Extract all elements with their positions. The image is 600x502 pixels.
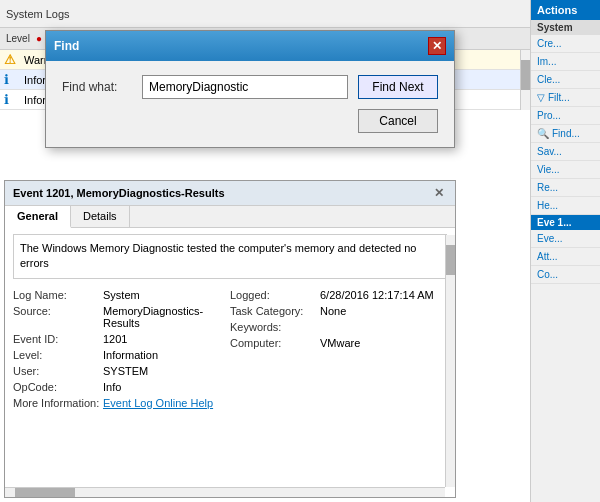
source-label: Source: xyxy=(13,305,103,317)
action-item-view[interactable]: Vie... xyxy=(531,161,600,179)
computer-value: VMware xyxy=(320,337,360,349)
warning-icon: ⚠ xyxy=(4,52,24,67)
cancel-button[interactable]: Cancel xyxy=(358,109,438,133)
user-label: User: xyxy=(13,365,103,377)
action-item-attach[interactable]: Att... xyxy=(531,248,600,266)
opcode-value: Info xyxy=(103,381,121,393)
computer-label: Computer: xyxy=(230,337,320,349)
find-what-input[interactable] xyxy=(142,75,348,99)
logged-label: Logged: xyxy=(230,289,320,301)
dialog-body: Find what: Find Next Cancel xyxy=(46,61,454,147)
log-name-field: Log Name: System xyxy=(13,289,220,301)
event-id-field: Event ID: 1201 xyxy=(13,333,220,345)
action-item-save[interactable]: Sav... xyxy=(531,143,600,161)
toolbar: System Logs xyxy=(0,0,530,28)
keywords-field: Keywords: xyxy=(230,321,437,333)
detail-vscroll[interactable] xyxy=(445,235,455,487)
action-section-event: Eve 1... xyxy=(531,215,600,230)
find-what-row: Find what: Find Next xyxy=(62,75,438,99)
action-item-refresh[interactable]: Re... xyxy=(531,179,600,197)
keywords-label: Keywords: xyxy=(230,321,320,333)
more-info-label: More Information: xyxy=(13,397,103,409)
opcode-label: OpCode: xyxy=(13,381,103,393)
user-value: SYSTEM xyxy=(103,365,148,377)
action-item-create[interactable]: Cre... xyxy=(531,35,600,53)
log-name-label: Log Name: xyxy=(13,289,103,301)
dialog-title: Find xyxy=(54,39,79,53)
action-item-event-details[interactable]: Eve... xyxy=(531,230,600,248)
task-category-label: Task Category: xyxy=(230,305,320,317)
actions-header: Actions xyxy=(531,0,600,20)
find-what-label: Find what: xyxy=(62,80,132,94)
event-detail-close-button[interactable]: ✕ xyxy=(431,185,447,201)
breadcrumb: System Logs xyxy=(6,8,70,20)
level-label: Level: xyxy=(13,349,103,361)
action-item-copy[interactable]: Co... xyxy=(531,266,600,284)
dialog-close-button[interactable]: ✕ xyxy=(428,37,446,55)
tab-general[interactable]: General xyxy=(5,206,71,228)
task-field: Task Category: None xyxy=(230,305,437,317)
actions-panel: Actions System Cre... Im... Cle... ▽ Fil… xyxy=(530,0,600,502)
table-vscroll[interactable] xyxy=(520,50,530,110)
event-id-value: 1201 xyxy=(103,333,127,345)
task-category-value: None xyxy=(320,305,346,317)
event-detail-panel: Event 1201, MemoryDiagnostics-Results ✕ … xyxy=(4,180,456,498)
tab-bar: General Details xyxy=(5,206,455,228)
event-description: The Windows Memory Diagnostic tested the… xyxy=(13,234,447,279)
source-field: Source: MemoryDiagnostics-Results xyxy=(13,305,220,329)
action-item-import[interactable]: Im... xyxy=(531,53,600,71)
opcode-field: OpCode: Info xyxy=(13,381,220,393)
event-body: The Windows Memory Diagnostic tested the… xyxy=(5,228,455,490)
error-indicator: ● xyxy=(36,33,42,44)
action-item-find[interactable]: 🔍 Find... xyxy=(531,125,600,143)
more-info-field: More Information: Event Log Online Help xyxy=(13,397,220,409)
tab-details[interactable]: Details xyxy=(71,206,130,227)
event-fields: Log Name: System Source: MemoryDiagnosti… xyxy=(13,289,447,413)
action-item-clear[interactable]: Cle... xyxy=(531,71,600,89)
field-col-right: Logged: 6/28/2016 12:17:14 AM Task Categ… xyxy=(230,289,447,413)
info-icon: ℹ xyxy=(4,92,24,107)
logged-field: Logged: 6/28/2016 12:17:14 AM xyxy=(230,289,437,301)
detail-hscroll[interactable] xyxy=(5,487,445,497)
event-detail-header: Event 1201, MemoryDiagnostics-Results ✕ xyxy=(5,181,455,206)
source-value: MemoryDiagnostics-Results xyxy=(103,305,220,329)
event-log-online-help-link[interactable]: Event Log Online Help xyxy=(103,397,213,409)
field-col-left: Log Name: System Source: MemoryDiagnosti… xyxy=(13,289,230,413)
event-id-label: Event ID: xyxy=(13,333,103,345)
user-field: User: SYSTEM xyxy=(13,365,220,377)
find-dialog: Find ✕ Find what: Find Next Cancel xyxy=(45,30,455,148)
log-name-value: System xyxy=(103,289,140,301)
event-detail-title: Event 1201, MemoryDiagnostics-Results xyxy=(13,187,225,199)
action-item-filter[interactable]: ▽ Filt... xyxy=(531,89,600,107)
action-item-properties[interactable]: Pro... xyxy=(531,107,600,125)
level-value: Information xyxy=(103,349,158,361)
info-icon: ℹ xyxy=(4,72,24,87)
computer-field: Computer: VMware xyxy=(230,337,437,349)
level-filter-label: Level xyxy=(6,33,30,44)
level-field: Level: Information xyxy=(13,349,220,361)
dialog-titlebar: Find ✕ xyxy=(46,31,454,61)
action-section-system: System xyxy=(531,20,600,35)
cancel-row: Cancel xyxy=(62,109,438,133)
logged-value: 6/28/2016 12:17:14 AM xyxy=(320,289,434,301)
find-next-button[interactable]: Find Next xyxy=(358,75,438,99)
action-item-help[interactable]: He... xyxy=(531,197,600,215)
